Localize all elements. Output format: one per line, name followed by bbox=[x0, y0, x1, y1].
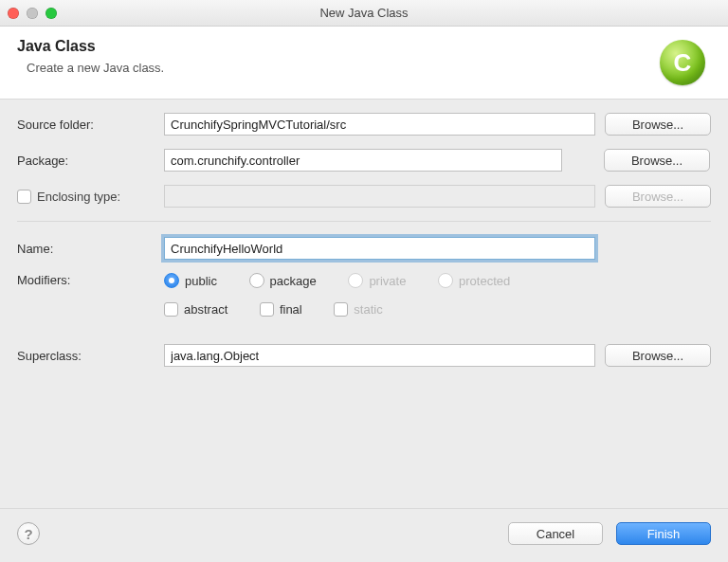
name-label: Name: bbox=[17, 242, 155, 256]
superclass-input[interactable] bbox=[164, 344, 595, 367]
modifier-static-checkbox bbox=[334, 302, 348, 317]
modifier-static-option: static bbox=[334, 302, 382, 317]
modifier-public-option[interactable]: public bbox=[164, 273, 217, 288]
modifier-abstract-checkbox[interactable] bbox=[164, 302, 178, 317]
modifier-protected-radio bbox=[438, 273, 453, 288]
minimize-icon[interactable] bbox=[27, 8, 38, 19]
modifier-private-radio bbox=[348, 273, 363, 288]
modifier-abstract-option[interactable]: abstract bbox=[164, 302, 228, 317]
zoom-icon[interactable] bbox=[46, 8, 57, 19]
superclass-label: Superclass: bbox=[17, 349, 155, 363]
modifier-final-label: final bbox=[280, 302, 302, 317]
modifier-abstract-label: abstract bbox=[184, 302, 228, 317]
enclosing-type-label: Enclosing type: bbox=[37, 190, 120, 204]
package-label: Package: bbox=[17, 154, 155, 168]
cancel-button[interactable]: Cancel bbox=[508, 522, 603, 545]
modifier-private-label: private bbox=[369, 274, 406, 288]
modifier-final-checkbox[interactable] bbox=[260, 302, 274, 317]
help-icon[interactable]: ? bbox=[17, 522, 40, 545]
browse-package-button[interactable]: Browse... bbox=[604, 149, 710, 172]
name-input[interactable] bbox=[164, 237, 595, 260]
modifier-public-label: public bbox=[185, 274, 217, 288]
modifier-package-label: package bbox=[270, 274, 317, 288]
page-subtitle: Create a new Java class. bbox=[27, 61, 164, 75]
window-title: New Java Class bbox=[0, 6, 728, 20]
modifier-protected-option: protected bbox=[438, 273, 510, 288]
modifier-private-option: private bbox=[348, 273, 406, 288]
source-folder-label: Source folder: bbox=[17, 118, 155, 132]
package-input[interactable] bbox=[164, 149, 562, 172]
page-title: Java Class bbox=[17, 38, 164, 55]
class-logo-icon: C bbox=[660, 40, 705, 85]
modifier-static-label: static bbox=[354, 302, 382, 317]
source-folder-input[interactable] bbox=[164, 113, 595, 136]
modifiers-label: Modifiers: bbox=[17, 273, 155, 287]
enclosing-type-input bbox=[164, 185, 595, 208]
titlebar: New Java Class bbox=[0, 0, 728, 27]
modifier-public-radio[interactable] bbox=[164, 273, 179, 288]
browse-enclosing-type-button: Browse... bbox=[605, 185, 711, 208]
close-icon[interactable] bbox=[8, 8, 19, 19]
dialog-header: Java Class Create a new Java class. C bbox=[0, 27, 728, 100]
window-controls bbox=[8, 8, 57, 19]
modifier-protected-label: protected bbox=[459, 274, 510, 288]
browse-source-folder-button[interactable]: Browse... bbox=[605, 113, 711, 136]
finish-button[interactable]: Finish bbox=[616, 522, 711, 545]
enclosing-type-checkbox[interactable] bbox=[17, 190, 31, 204]
modifier-package-option[interactable]: package bbox=[249, 273, 317, 288]
modifier-final-option[interactable]: final bbox=[260, 302, 302, 317]
modifier-package-radio[interactable] bbox=[249, 273, 264, 288]
browse-superclass-button[interactable]: Browse... bbox=[605, 344, 711, 367]
divider bbox=[17, 221, 711, 222]
